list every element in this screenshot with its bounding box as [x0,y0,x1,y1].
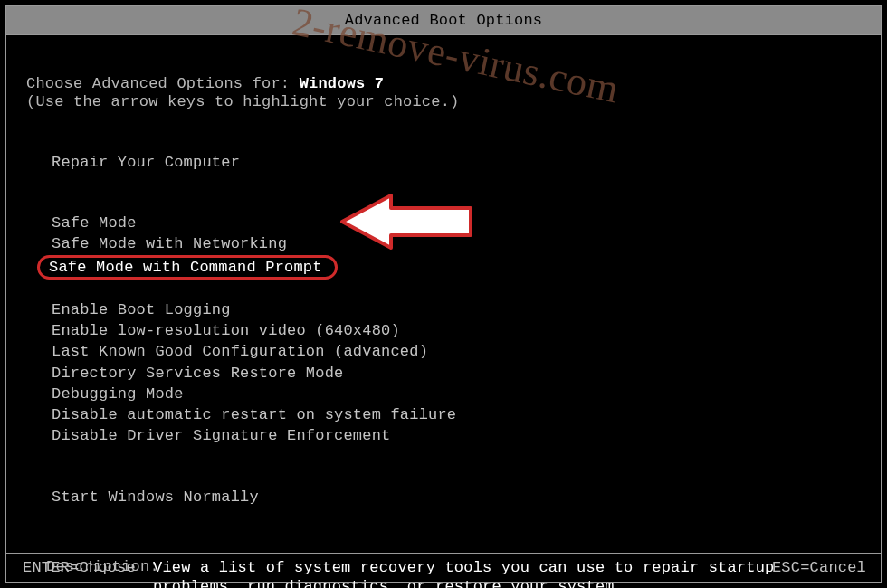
menu-start-windows-normally[interactable]: Start Windows Normally [43,487,268,507]
menu-safe-mode-group: Safe Mode Safe Mode with Networking Safe… [26,213,881,280]
menu-enable-low-res-video[interactable]: Enable low-resolution video (640x480) [43,320,409,341]
menu-directory-services-restore[interactable]: Directory Services Restore Mode [43,363,352,384]
hint-line: (Use the arrow keys to highlight your ch… [26,93,881,111]
choose-prefix: Choose Advanced Options for: [26,75,300,92]
os-name: Windows 7 [300,75,385,92]
footer-esc: ESC=Cancel [772,559,866,576]
menu-advanced-group: Enable Boot Logging Enable low-resolutio… [26,299,881,447]
menu-safe-mode-with-command-prompt[interactable]: Safe Mode with Command Prompt [37,255,338,280]
footer-bar: ENTER=Choose ESC=Cancel [6,553,881,582]
screen-frame: Advanced Boot Options Choose Advanced Op… [5,5,882,583]
menu-enable-boot-logging[interactable]: Enable Boot Logging [43,299,240,320]
menu-debugging-mode[interactable]: Debugging Mode [43,384,193,404]
title-bar: Advanced Boot Options [6,6,881,35]
footer-enter: ENTER=Choose [23,559,136,576]
menu-normal-group: Start Windows Normally [26,487,881,507]
menu-repair-group: Repair Your Computer [26,152,881,173]
content-area: Choose Advanced Options for: Windows 7 (… [6,35,881,553]
title-text: Advanced Boot Options [345,12,542,29]
menu-disable-auto-restart[interactable]: Disable automatic restart on system fail… [43,404,465,425]
choose-line: Choose Advanced Options for: Windows 7 [26,75,881,93]
menu-safe-mode-with-networking[interactable]: Safe Mode with Networking [43,233,296,254]
menu-safe-mode[interactable]: Safe Mode [43,213,146,233]
menu-repair-your-computer[interactable]: Repair Your Computer [43,152,249,173]
menu-disable-driver-sig-enforcement[interactable]: Disable Driver Signature Enforcement [43,425,399,446]
menu-last-known-good-config[interactable]: Last Known Good Configuration (advanced) [43,341,437,362]
